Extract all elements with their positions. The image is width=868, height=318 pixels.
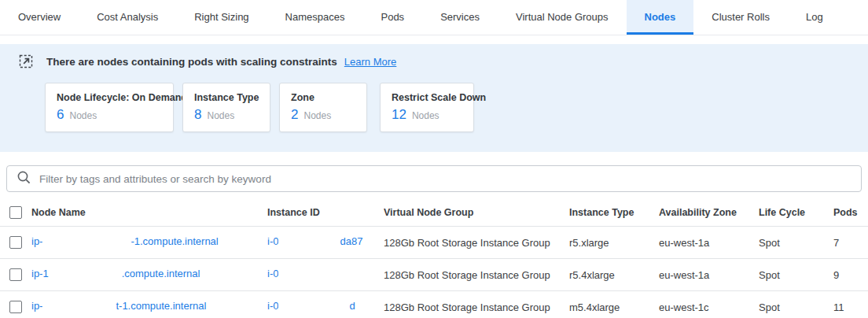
nodes-table: Node Name Instance ID Virtual Node Group… [0, 198, 868, 318]
node-name-link[interactable]: ip-1.compute.internal [31, 267, 267, 283]
card-unit: Nodes [303, 110, 331, 121]
col-availability-zone: Availability Zone [659, 207, 759, 218]
pods-cell: 11 [833, 301, 868, 313]
tab-cost-analysis[interactable]: Cost Analysis [79, 0, 176, 35]
tab-pods[interactable]: Pods [362, 0, 422, 35]
banner-message-row: There are nodes containing pods with sca… [19, 51, 849, 72]
row-checkbox[interactable] [9, 268, 22, 281]
redacted-text [49, 267, 122, 283]
pods-cell: 9 [833, 269, 868, 281]
card-title: Instance Type [194, 92, 259, 103]
col-pods: Pods [833, 207, 868, 218]
tab-right-sizing[interactable]: Right Sizing [176, 0, 267, 35]
table-row: ip-1.compute.internal i-0 128Gb Root Sto… [0, 259, 868, 291]
tab-namespaces[interactable]: Namespaces [267, 0, 363, 35]
card-unit: Nodes [207, 110, 234, 121]
redacted-text [42, 299, 116, 315]
tab-virtual-node-groups[interactable]: Virtual Node Groups [498, 0, 627, 35]
scaling-constraints-banner: There are nodes containing pods with sca… [0, 44, 868, 152]
availability-zone-cell: eu-west-1c [659, 301, 759, 313]
filter-search-bar [6, 165, 862, 192]
constraint-card-node-lifecycle[interactable]: Node Lifecycle: On Demand 6 Nodes [45, 83, 174, 132]
search-input[interactable] [39, 173, 851, 185]
instance-id-link[interactable]: i-0 [267, 267, 384, 283]
tab-bar: Overview Cost Analysis Right Sizing Name… [0, 0, 868, 35]
card-count: 12 [392, 107, 406, 123]
virtual-node-group-cell: 128Gb Root Storage Instance Group [384, 237, 569, 249]
node-name-link[interactable]: ip-t-1.compute.internal [31, 299, 267, 315]
tab-nodes[interactable]: Nodes [627, 0, 694, 35]
life-cycle-cell: Spot [759, 269, 833, 281]
select-all-checkbox[interactable] [9, 206, 22, 219]
availability-zone-cell: eu-west-1a [659, 237, 759, 249]
redacted-text [278, 267, 349, 283]
col-instance-id: Instance ID [267, 207, 384, 218]
constraint-card-restrict-scale-down[interactable]: Restrict Scale Down 12 Nodes [380, 83, 474, 132]
card-title: Zone [291, 92, 355, 103]
card-title: Node Lifecycle: On Demand [57, 92, 162, 103]
instance-type-cell: r5.xlarge [569, 237, 659, 249]
col-virtual-node-group: Virtual Node Group [384, 207, 569, 218]
life-cycle-cell: Spot [759, 237, 833, 249]
life-cycle-cell: Spot [759, 301, 833, 313]
card-count: 6 [57, 107, 64, 123]
table-row: ip-t-1.compute.internal i-0d 128Gb Root … [0, 291, 868, 318]
instance-id-link[interactable]: i-0d [267, 299, 384, 315]
tab-cluster-rolls[interactable]: Cluster Rolls [693, 0, 788, 35]
tab-services[interactable]: Services [422, 0, 498, 35]
virtual-node-group-cell: 128Gb Root Storage Instance Group [384, 301, 569, 313]
scale-out-icon [19, 54, 33, 68]
constraint-cards: Node Lifecycle: On Demand 6 Nodes Instan… [45, 83, 849, 132]
col-instance-type: Instance Type [569, 207, 659, 218]
pods-cell: 7 [833, 237, 868, 249]
col-node-name: Node Name [31, 207, 267, 218]
card-title: Restrict Scale Down [392, 92, 462, 103]
tab-log[interactable]: Log [788, 0, 841, 35]
redacted-text [278, 299, 349, 315]
card-count: 8 [194, 107, 201, 123]
constraint-card-zone[interactable]: Zone 2 Nodes [279, 83, 367, 132]
card-unit: Nodes [412, 110, 440, 121]
instance-type-cell: r5.4xlarge [569, 269, 659, 281]
virtual-node-group-cell: 128Gb Root Storage Instance Group [384, 269, 569, 281]
availability-zone-cell: eu-west-1a [659, 269, 759, 281]
row-checkbox[interactable] [9, 236, 22, 249]
table-header: Node Name Instance ID Virtual Node Group… [0, 198, 868, 227]
redacted-text [278, 235, 340, 250]
learn-more-link[interactable]: Learn More [344, 56, 396, 68]
tab-overview[interactable]: Overview [0, 0, 79, 35]
col-life-cycle: Life Cycle [759, 207, 833, 218]
banner-message: There are nodes containing pods with sca… [46, 56, 337, 68]
redacted-text [42, 235, 131, 250]
search-icon [17, 170, 39, 188]
constraint-card-instance-type[interactable]: Instance Type 8 Nodes [182, 83, 270, 132]
instance-type-cell: m5.4xlarge [569, 301, 659, 313]
instance-id-link[interactable]: i-0da87 [267, 235, 384, 250]
card-count: 2 [291, 107, 298, 123]
node-name-link[interactable]: ip--1.compute.internal [31, 235, 267, 250]
table-row: ip--1.compute.internal i-0da87 128Gb Roo… [0, 227, 868, 259]
card-unit: Nodes [69, 110, 97, 121]
row-checkbox[interactable] [9, 301, 22, 313]
